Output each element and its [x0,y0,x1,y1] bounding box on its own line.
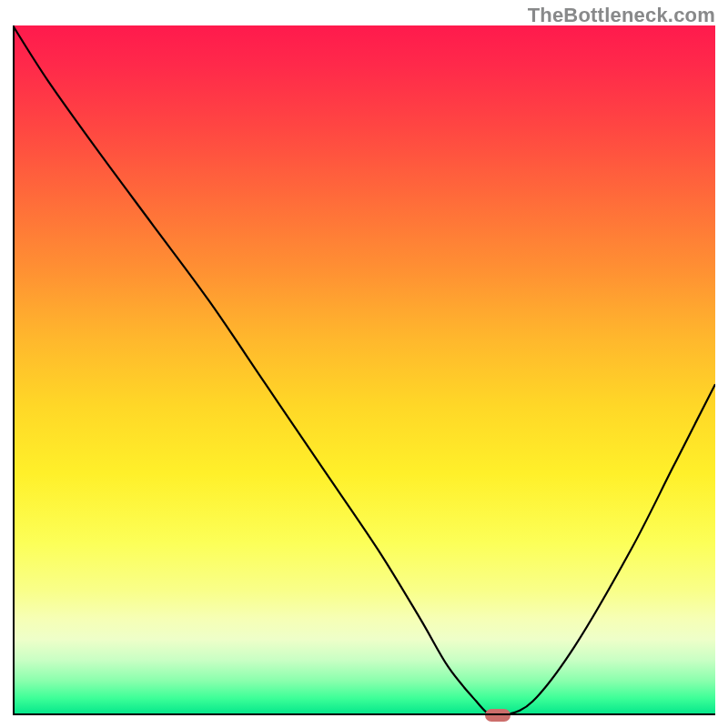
watermark-text: TheBottleneck.com [528,4,715,27]
optimal-point-marker [485,709,511,722]
chart-frame: TheBottleneck.com [0,0,728,728]
plot-gradient-background [13,25,715,715]
